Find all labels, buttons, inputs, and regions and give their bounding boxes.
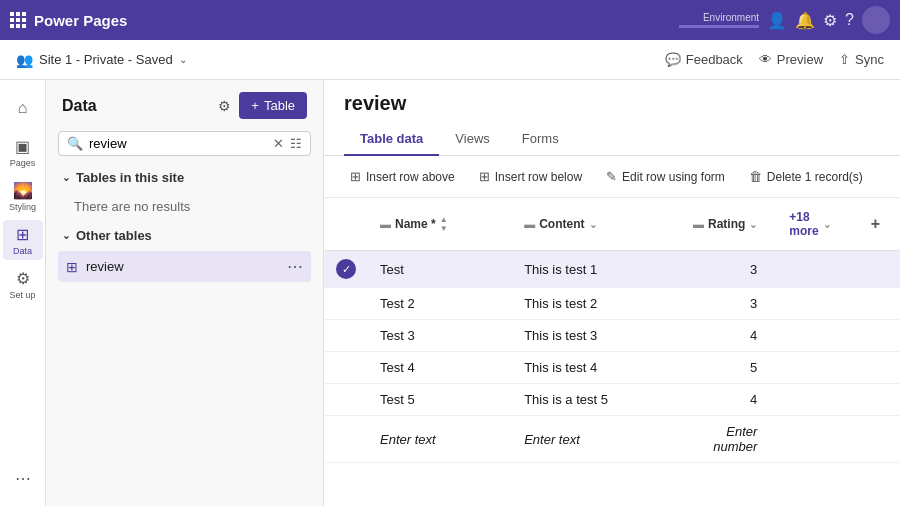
- panel-title: Data: [62, 97, 210, 115]
- tables-in-site-header[interactable]: ⌄ Tables in this site: [58, 164, 311, 191]
- th-add-col[interactable]: +: [851, 198, 900, 251]
- add-table-label: Table: [264, 98, 295, 113]
- insert-row-above-button[interactable]: ⊞ Insert row above: [340, 164, 465, 189]
- toolbar: ⊞ Insert row above ⊞ Insert row below ✎ …: [324, 156, 900, 198]
- person-icon[interactable]: 👤: [767, 11, 787, 30]
- feedback-label: Feedback: [686, 52, 743, 67]
- help-icon[interactable]: ?: [845, 11, 854, 29]
- sync-button[interactable]: ⇧ Sync: [839, 52, 884, 67]
- delete-record-button[interactable]: 🗑 Delete 1 record(s): [739, 164, 873, 189]
- page-title: review: [344, 92, 880, 115]
- left-panel: Data ⚙ + Table 🔍 ✕ ☷ ⌄ Tables in this si…: [46, 80, 324, 506]
- grid-icon[interactable]: [10, 12, 26, 28]
- sidebar-item-data[interactable]: ⊞ Data: [3, 220, 43, 260]
- row-name-cell: Test 4: [368, 352, 512, 384]
- setup-icon: ⚙: [16, 269, 30, 288]
- table-row[interactable]: Test 3 This is test 3 4: [324, 320, 900, 352]
- row-extra-cell: [769, 384, 850, 416]
- env-bar: [679, 25, 759, 28]
- pages-label: Pages: [10, 158, 36, 168]
- sidebar-more-button[interactable]: ⋯: [3, 458, 43, 498]
- th-name-label: Name *: [395, 217, 436, 231]
- feedback-button[interactable]: 💬 Feedback: [665, 52, 743, 67]
- sort-arrows[interactable]: ▲ ▼: [440, 215, 448, 233]
- row-name-cell: Test 3: [368, 320, 512, 352]
- sidebar-item-home[interactable]: ⌂: [3, 88, 43, 128]
- table-row[interactable]: Test 2 This is test 2 3: [324, 288, 900, 320]
- placeholder-check: [324, 416, 368, 463]
- row-content-cell: This is test 3: [512, 320, 673, 352]
- th-more-cols[interactable]: +18 more ⌄: [769, 198, 850, 251]
- search-filter-icon[interactable]: ☷: [290, 136, 302, 151]
- tabs: Table data Views Forms: [344, 123, 880, 155]
- row-rating-cell: 3: [674, 251, 770, 288]
- left-panel-header: Data ⚙ + Table: [46, 80, 323, 127]
- review-table-more-icon[interactable]: ⋯: [287, 257, 303, 276]
- th-content[interactable]: ▬ Content ⌄: [512, 198, 673, 251]
- row-rating-cell: 5: [674, 352, 770, 384]
- row-add-cell: [851, 352, 900, 384]
- preview-button[interactable]: 👁 Preview: [759, 52, 823, 67]
- row-name-cell: Test: [368, 251, 512, 288]
- row-rating-cell: 4: [674, 320, 770, 352]
- search-clear-icon[interactable]: ✕: [273, 136, 284, 151]
- gear-icon[interactable]: ⚙: [823, 11, 837, 30]
- th-rating[interactable]: ▬ Rating ⌄: [674, 198, 770, 251]
- setup-label: Set up: [9, 290, 35, 300]
- row-check-cell[interactable]: [324, 288, 368, 320]
- delete-record-icon: 🗑: [749, 169, 762, 184]
- review-table-icon: ⊞: [66, 259, 78, 275]
- app-title: Power Pages: [34, 12, 671, 29]
- sidebar-item-setup[interactable]: ⚙ Set up: [3, 264, 43, 304]
- more-cols-chevron: ⌄: [823, 219, 831, 230]
- panel-gear-icon[interactable]: ⚙: [218, 98, 231, 114]
- sidebar-item-pages[interactable]: ▣ Pages: [3, 132, 43, 172]
- add-column-icon[interactable]: +: [863, 211, 888, 236]
- row-add-cell: [851, 251, 900, 288]
- site-name: Site 1 - Private - Saved: [39, 52, 173, 67]
- placeholder-add: [851, 416, 900, 463]
- table-row[interactable]: Test 5 This is a test 5 4: [324, 384, 900, 416]
- top-bar-right: Environment 👤 🔔 ⚙ ?: [679, 6, 890, 34]
- placeholder-rating[interactable]: Enter number: [674, 416, 770, 463]
- sidebar-item-styling[interactable]: 🌄 Styling: [3, 176, 43, 216]
- edit-row-form-button[interactable]: ✎ Edit row using form: [596, 164, 735, 189]
- row-extra-cell: [769, 320, 850, 352]
- preview-icon: 👁: [759, 52, 772, 67]
- row-check-cell[interactable]: [324, 352, 368, 384]
- insert-row-above-icon: ⊞: [350, 169, 361, 184]
- th-name[interactable]: ▬ Name * ▲ ▼: [368, 198, 512, 251]
- row-add-cell: [851, 320, 900, 352]
- bell-icon[interactable]: 🔔: [795, 11, 815, 30]
- table-area: ▬ Name * ▲ ▼ ▬ Content: [324, 198, 900, 506]
- placeholder-name[interactable]: Enter text: [368, 416, 512, 463]
- tab-table-data[interactable]: Table data: [344, 123, 439, 156]
- avatar[interactable]: [862, 6, 890, 34]
- insert-row-below-button[interactable]: ⊞ Insert row below: [469, 164, 592, 189]
- sync-label: Sync: [855, 52, 884, 67]
- row-rating-cell: 3: [674, 288, 770, 320]
- pages-icon: ▣: [15, 137, 30, 156]
- row-check-cell[interactable]: [324, 320, 368, 352]
- tree-item-review[interactable]: ⊞ review ⋯: [58, 251, 311, 282]
- placeholder-row[interactable]: Enter text Enter text Enter number: [324, 416, 900, 463]
- table-row[interactable]: Test 4 This is test 4 5: [324, 352, 900, 384]
- placeholder-content[interactable]: Enter text: [512, 416, 673, 463]
- more-cols-label: +18 more: [789, 210, 818, 238]
- tab-views[interactable]: Views: [439, 123, 505, 156]
- insert-row-below-label: Insert row below: [495, 170, 582, 184]
- row-check-cell[interactable]: [324, 384, 368, 416]
- rating-col-icon: ▬: [693, 218, 704, 230]
- more-cols-button[interactable]: +18 more ⌄: [781, 206, 838, 242]
- content-col-icon: ▬: [524, 218, 535, 230]
- add-table-button[interactable]: + Table: [239, 92, 307, 119]
- row-content-cell: This is test 1: [512, 251, 673, 288]
- site-chevron[interactable]: ⌄: [179, 54, 187, 65]
- main-layout: ⌂ ▣ Pages 🌄 Styling ⊞ Data ⚙ Set up ⋯ Da…: [0, 80, 900, 506]
- row-check-cell[interactable]: ✓: [324, 251, 368, 288]
- tab-forms[interactable]: Forms: [506, 123, 575, 156]
- search-input[interactable]: [89, 136, 267, 151]
- second-bar-actions: 💬 Feedback 👁 Preview ⇧ Sync: [665, 52, 884, 67]
- other-tables-header[interactable]: ⌄ Other tables: [58, 222, 311, 249]
- table-row[interactable]: ✓ Test This is test 1 3: [324, 251, 900, 288]
